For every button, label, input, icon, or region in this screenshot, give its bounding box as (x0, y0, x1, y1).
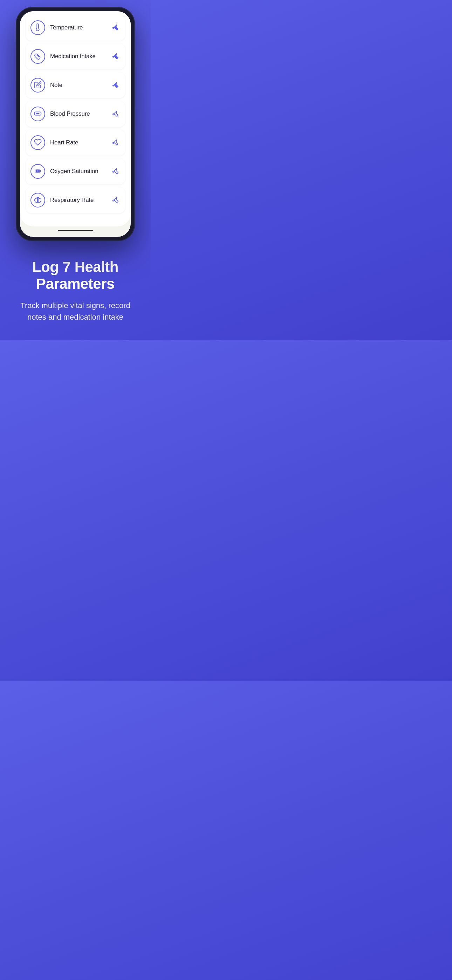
pin-icon-blood-pressure[interactable] (110, 109, 120, 119)
thermometer-icon-wrap (30, 20, 45, 35)
list-item-temperature[interactable]: Temperature (25, 15, 125, 41)
screen-inner: Temperature Medication Intake Note (20, 11, 131, 226)
pin-icon-oxygen-saturation[interactable] (110, 167, 120, 176)
blood-pressure-icon-wrap (30, 107, 45, 121)
pin-icon-note[interactable] (110, 80, 120, 90)
svg-point-6 (38, 170, 40, 172)
item-label-respiratory-rate: Respiratory Rate (50, 197, 110, 204)
svg-point-3 (36, 113, 37, 114)
item-label-note: Note (50, 82, 110, 89)
list-item-oxygen-saturation[interactable]: Oxygen Saturation (25, 158, 125, 185)
heart-icon (34, 138, 42, 147)
phone-mockup: Temperature Medication Intake Note (16, 7, 135, 241)
pill-icon (34, 52, 42, 61)
list-item-medication-intake[interactable]: Medication Intake (25, 43, 125, 69)
subtext: Track multiple vital signs, record notes… (11, 300, 140, 323)
svg-point-5 (36, 170, 38, 172)
headline: Log 7 Health Parameters (11, 259, 140, 293)
list-item-note[interactable]: Note (25, 72, 125, 98)
pin-icon-medication-intake[interactable] (110, 51, 120, 61)
oxygen-icon (34, 167, 42, 176)
oxygen-icon-wrap (30, 164, 45, 179)
blood-pressure-icon (34, 110, 42, 118)
phone-screen: Temperature Medication Intake Note (20, 11, 131, 237)
pin-icon-respiratory-rate[interactable] (110, 195, 120, 205)
heart-icon-wrap (30, 135, 45, 150)
health-parameters-list: Temperature Medication Intake Note (20, 11, 131, 226)
item-label-blood-pressure: Blood Pressure (50, 110, 110, 118)
phone-frame: Temperature Medication Intake Note (16, 7, 135, 241)
item-label-temperature: Temperature (50, 24, 110, 31)
list-item-blood-pressure[interactable]: Blood Pressure (25, 101, 125, 127)
pin-icon-heart-rate[interactable] (110, 138, 120, 148)
content-section: Log 7 Health Parameters Track multiple v… (0, 241, 151, 340)
list-item-respiratory-rate[interactable]: Respiratory Rate (25, 187, 125, 213)
note-icon (34, 81, 42, 90)
item-label-oxygen-saturation: Oxygen Saturation (50, 168, 110, 175)
pin-icon-temperature[interactable] (110, 23, 120, 33)
home-indicator (58, 230, 93, 231)
thermometer-icon (34, 24, 42, 32)
pill-icon-wrap (30, 49, 45, 64)
note-icon-wrap (30, 78, 45, 92)
list-item-heart-rate[interactable]: Heart Rate (25, 130, 125, 156)
item-label-medication-intake: Medication Intake (50, 53, 110, 60)
lungs-icon-wrap (30, 193, 45, 207)
lungs-icon (34, 196, 42, 205)
item-label-heart-rate: Heart Rate (50, 139, 110, 146)
